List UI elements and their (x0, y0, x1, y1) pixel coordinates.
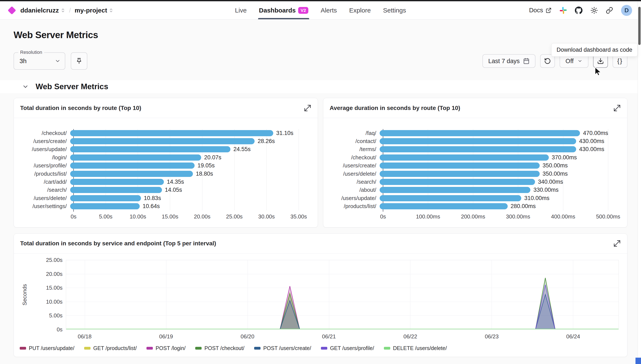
chevron-updown-icon (61, 8, 65, 13)
legend-label: POST /checkout/ (204, 345, 244, 351)
expand-panel-button[interactable] (304, 104, 311, 112)
legend-item[interactable]: POST /login/ (147, 345, 186, 351)
area-series-fill (66, 293, 618, 329)
bar-value-label: 14.35s (167, 178, 184, 185)
time-range-button[interactable]: Last 7 days (482, 54, 535, 68)
legend-item[interactable]: POST /users/create/ (254, 345, 311, 351)
legend-label: POST /users/create/ (263, 345, 311, 351)
tab-alerts[interactable]: Alerts (321, 1, 337, 19)
bar[interactable] (380, 187, 530, 193)
bar-category-label: /users/update/ (328, 195, 380, 202)
legend-item[interactable]: POST /checkout/ (195, 345, 244, 351)
x-axis-tick-label: 0s (71, 213, 76, 220)
bar-category-label: /terms/ (328, 146, 380, 152)
expand-panel-button[interactable] (613, 240, 621, 247)
brand-logo-icon[interactable] (8, 6, 16, 14)
x-axis-tick-label: 06/21 (322, 333, 336, 340)
bar-row: /about/330.00ms (328, 186, 619, 194)
bar-row: /users/create/28.26s (19, 137, 309, 145)
tab-live[interactable]: Live (235, 1, 247, 19)
bar[interactable] (380, 179, 535, 185)
legend-item[interactable]: DELETE /users/delete/ (384, 345, 447, 351)
chevron-down-icon (55, 58, 61, 64)
bar-value-label: 430.00ms (579, 138, 604, 144)
dashboard-toolbar: Resolution 3h Last 7 days Off {} (0, 52, 641, 70)
bar[interactable] (70, 154, 201, 160)
bar-category-label: /checkout/ (19, 130, 70, 136)
x-axis-tick-label: 06/19 (159, 333, 173, 340)
bar[interactable] (380, 203, 508, 209)
legend-swatch (321, 347, 327, 350)
bar[interactable] (380, 146, 576, 152)
collapse-section-icon[interactable] (22, 83, 29, 90)
legend-item[interactable]: GET /products/list/ (84, 345, 137, 351)
org-selector[interactable]: ddanielcruzz (20, 7, 65, 14)
bar-value-label: 340.00ms (538, 178, 563, 185)
bar-row: /users/create/350.00ms (328, 162, 619, 170)
area-series-line[interactable] (66, 293, 618, 329)
area-series-line[interactable] (66, 294, 618, 329)
bar-value-label: 350.00ms (543, 162, 568, 169)
bar[interactable] (70, 138, 255, 144)
bar[interactable] (70, 130, 273, 136)
x-axis-tick-label: 06/22 (403, 333, 417, 340)
bar-category-label: /search/ (19, 187, 70, 193)
tab-settings[interactable]: Settings (383, 1, 406, 19)
refresh-icon (544, 58, 551, 64)
expand-icon (613, 240, 621, 247)
area-series-line[interactable] (66, 278, 618, 329)
bar-rows: /faq/470.00ms/contact/430.00ms/terms/430… (328, 129, 619, 210)
bar[interactable] (70, 187, 162, 193)
chevron-down-icon (577, 58, 582, 64)
pin-toolbar-button[interactable] (71, 52, 87, 70)
tab-dashboards[interactable]: Dashboards V2 (259, 1, 308, 19)
github-button[interactable] (575, 6, 582, 14)
bar-category-label: /faq/ (328, 130, 380, 136)
legend-swatch (254, 347, 261, 350)
legend-item[interactable]: PUT /users/update/ (20, 345, 74, 351)
legend-item[interactable]: GET /users/profile/ (321, 345, 374, 351)
theme-toggle-button[interactable] (590, 7, 598, 14)
bar[interactable] (380, 154, 549, 160)
area-series-line[interactable] (66, 285, 618, 329)
x-axis-tick-label: 06/24 (566, 333, 580, 340)
bar-category-label: /users/create/ (19, 138, 70, 144)
bar-track: 280.00ms (380, 203, 608, 210)
bar-category-label: /cart/add/ (19, 178, 70, 185)
expand-panel-button[interactable] (613, 104, 621, 112)
x-axis-tick-label: 400.00ms (551, 213, 575, 220)
chart-legend: PUT /users/update/GET /products/list/POS… (19, 345, 619, 351)
bar[interactable] (380, 130, 580, 136)
bar[interactable] (70, 162, 195, 169)
tab-explore[interactable]: Explore (349, 1, 371, 19)
x-axis-tick-label: 06/20 (241, 333, 254, 340)
area-chart-canvas[interactable] (66, 260, 618, 329)
user-avatar[interactable]: D (621, 5, 632, 16)
slack-button[interactable] (560, 7, 567, 14)
area-series-line[interactable] (66, 286, 618, 329)
bar-row: /products/list/280.00ms (328, 202, 619, 210)
bar-value-label: 20.07s (204, 154, 221, 161)
resolution-select[interactable]: Resolution 3h (14, 52, 65, 70)
bar-row: /user/settings/10.64s (19, 202, 309, 210)
bar[interactable] (70, 195, 141, 201)
app-header: ddanielcruzz / my-project Live Dashboard… (0, 1, 641, 20)
bar[interactable] (70, 203, 140, 209)
bar[interactable] (70, 179, 164, 185)
x-axis-tick-label: 20.00s (194, 213, 211, 220)
legend-label: GET /users/profile/ (330, 345, 374, 351)
area-chart: Seconds 0s5.00s10.00s15.00s20.00s25.00s … (14, 254, 627, 357)
docs-link[interactable]: Docs (529, 7, 551, 14)
bar[interactable] (380, 171, 540, 177)
dashboard-group-header[interactable]: Web Server Metrics (0, 80, 641, 93)
bar[interactable] (70, 146, 230, 152)
y-axis: Seconds 0s5.00s10.00s15.00s20.00s25.00s (19, 260, 66, 330)
project-selector[interactable]: my-project (75, 7, 113, 14)
scrollbar-thumb[interactable] (638, 7, 640, 45)
bar[interactable] (380, 162, 540, 169)
bar[interactable] (380, 195, 521, 201)
bar[interactable] (380, 138, 576, 144)
bar[interactable] (70, 171, 193, 177)
share-link-button[interactable] (606, 7, 613, 14)
bar-category-label: /contact/ (328, 138, 380, 144)
